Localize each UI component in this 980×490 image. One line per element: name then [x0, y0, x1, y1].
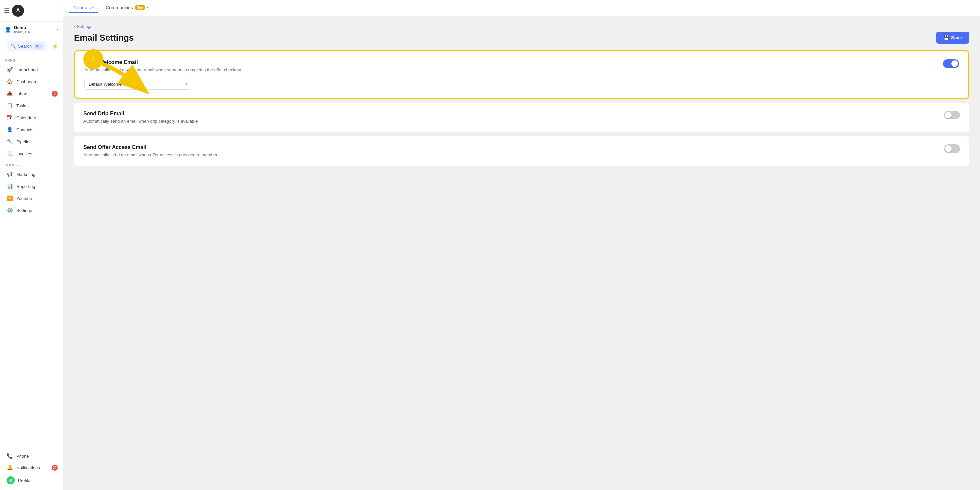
pipeline-icon: 🔧: [7, 138, 13, 145]
topbar: Courses ▾ Communities New ▾: [64, 0, 980, 16]
tab-communities-label: Communities: [106, 5, 133, 10]
user-location: Irvine, CA: [14, 30, 55, 34]
template-select[interactable]: Default Welcome Template Custom Template…: [84, 79, 191, 90]
sidebar-item-contacts[interactable]: 👤 Contacts: [2, 124, 61, 135]
contacts-icon: 👤: [7, 127, 13, 133]
template-select-container: Default Welcome Template Custom Template…: [84, 79, 191, 90]
settings-icon: ⚙️: [7, 207, 13, 213]
search-label: Search: [18, 44, 32, 49]
communities-chevron-icon: ▾: [147, 6, 149, 10]
search-shortcut: ⌘K: [34, 44, 43, 49]
sidebar-item-marketing[interactable]: 📢 Marketing: [2, 169, 61, 180]
sidebar-item-label-invoices: Invoices: [16, 151, 32, 156]
user-info-text: Demo Irvine, CA: [14, 25, 55, 34]
sidebar-item-label-pipeline: Pipeline: [16, 139, 32, 144]
offer-access-toggle-wrapper: [936, 144, 960, 153]
drip-email-toggle-wrapper: [936, 111, 960, 119]
breadcrumb-chevron-icon: ‹: [74, 24, 75, 29]
welcome-email-card: Send Welcome Email Automatically send a …: [74, 50, 969, 99]
sidebar: ☰ A 👤 Demo Irvine, CA ▾ 🔍 Search ⌘K ⚡ Ap…: [0, 0, 64, 490]
sidebar-item-reporting[interactable]: 📊 Reporting: [2, 181, 61, 192]
save-label: Save: [951, 35, 962, 40]
sidebar-item-pipeline[interactable]: 🔧 Pipeline: [2, 136, 61, 147]
sidebar-bottom: 📞 Phone 🔔 Notifications 29 G Profile: [0, 447, 63, 490]
sidebar-item-dashboard[interactable]: 🏠 Dashboard: [2, 76, 61, 88]
offer-access-email-title: Send Offer Access Email: [83, 144, 936, 150]
sidebar-item-phone[interactable]: 📞 Phone: [2, 450, 61, 462]
drip-email-desc: Automatically send an email when drip ca…: [83, 118, 250, 125]
offer-access-email-card: Send Offer Access Email Automatically se…: [74, 136, 969, 166]
sidebar-item-label-phone: Phone: [16, 453, 29, 459]
welcome-email-desc: Automatically send a welcome email when …: [84, 67, 251, 73]
drip-email-toggle[interactable]: [944, 111, 960, 119]
drip-email-title: Send Drip Email: [83, 111, 936, 117]
toggle-knob: [951, 60, 958, 67]
calendars-icon: 📅: [7, 115, 13, 121]
reporting-icon: 📊: [7, 183, 13, 189]
breadcrumb-label: Settings: [77, 24, 92, 29]
sidebar-item-label-marketing: Marketing: [16, 172, 35, 177]
page-title: Email Settings: [74, 33, 134, 43]
sidebar-item-launchpad[interactable]: 🚀 Launchpad: [2, 64, 61, 75]
notifications-icon: 🔔: [7, 465, 13, 471]
welcome-email-title: Send Welcome Email: [84, 59, 935, 65]
offer-access-email-toggle[interactable]: [944, 144, 960, 153]
sidebar-item-label-reporting: Reporting: [16, 184, 35, 189]
tab-courses[interactable]: Courses ▾: [69, 3, 99, 13]
marketing-icon: 📢: [7, 171, 13, 177]
page-header: Email Settings 💾 Save: [74, 32, 969, 44]
notifications-badge: 29: [52, 465, 58, 471]
sidebar-item-invoices[interactable]: 🗒️ Invoices: [2, 148, 61, 159]
sidebar-item-notifications[interactable]: 🔔 Notifications 29: [2, 462, 61, 473]
sidebar-item-tasks[interactable]: 📋 Tasks: [2, 100, 61, 111]
sidebar-item-label-dashboard: Dashboard: [16, 80, 38, 84]
courses-chevron-icon: ▾: [92, 6, 94, 10]
toggle-knob-drip: [945, 112, 951, 118]
tab-courses-label: Courses: [73, 5, 91, 10]
breadcrumb[interactable]: ‹ Settings: [74, 24, 969, 29]
tab-communities[interactable]: Communities New ▾: [101, 3, 153, 13]
user-avatar-icon: 👤: [5, 26, 11, 33]
offer-access-email-desc: Automatically send an email when offer a…: [83, 152, 250, 158]
sidebar-item-settings[interactable]: ⚙️ Settings: [2, 205, 61, 216]
launchpad-icon: 🚀: [7, 67, 13, 73]
invoices-icon: 🗒️: [7, 151, 13, 157]
phone-icon: 📞: [7, 453, 13, 459]
sidebar-item-calendars[interactable]: 📅 Calendars: [2, 112, 61, 123]
sidebar-item-label-profile: Profile: [18, 478, 30, 483]
sidebar-item-label-tasks: Tasks: [16, 103, 27, 108]
avatar: A: [12, 5, 24, 17]
lightning-icon[interactable]: ⚡: [52, 43, 59, 49]
search-icon: 🔍: [11, 44, 16, 49]
welcome-email-toggle-wrapper: [935, 59, 959, 68]
welcome-email-card-left: Send Welcome Email Automatically send a …: [84, 59, 935, 90]
apps-section-label: Apps: [0, 55, 63, 64]
user-info[interactable]: 👤 Demo Irvine, CA ▾: [0, 22, 63, 37]
sidebar-item-label-calendars: Calendars: [16, 115, 36, 120]
sidebar-item-youtube[interactable]: ▶️ Youtube: [2, 192, 61, 204]
page-content: ‹ Settings Email Settings 💾 Save Send We…: [64, 16, 980, 490]
dashboard-icon: 🏠: [7, 79, 13, 85]
tasks-icon: 📋: [7, 103, 13, 109]
inbox-badge: 0: [52, 91, 58, 97]
sidebar-item-label-contacts: Contacts: [16, 127, 33, 132]
template-select-wrapper: Default Welcome Template Custom Template…: [84, 79, 191, 90]
profile-avatar: G: [7, 476, 15, 484]
sidebar-item-label-youtube: Youtube: [16, 196, 32, 201]
hamburger-icon[interactable]: ☰: [4, 7, 10, 14]
drip-email-card: Send Drip Email Automatically send an em…: [74, 103, 969, 133]
youtube-icon: ▶️: [7, 195, 13, 201]
search-button[interactable]: 🔍 Search ⌘K: [7, 41, 47, 51]
offer-access-card-left: Send Offer Access Email Automatically se…: [83, 144, 936, 158]
toggle-knob-offer: [945, 145, 951, 152]
user-name: Demo: [14, 25, 55, 30]
inbox-icon: 📥: [7, 91, 13, 97]
sidebar-item-inbox[interactable]: 📥 Inbox 0: [2, 88, 61, 99]
welcome-email-toggle[interactable]: [943, 59, 959, 68]
new-badge: New: [135, 5, 145, 10]
drip-email-card-left: Send Drip Email Automatically send an em…: [83, 111, 936, 125]
sidebar-item-label-inbox: Inbox: [16, 91, 27, 96]
save-button[interactable]: 💾 Save: [936, 32, 969, 44]
sidebar-item-profile[interactable]: G Profile: [2, 474, 61, 487]
tools-section-label: Tools: [0, 160, 63, 168]
